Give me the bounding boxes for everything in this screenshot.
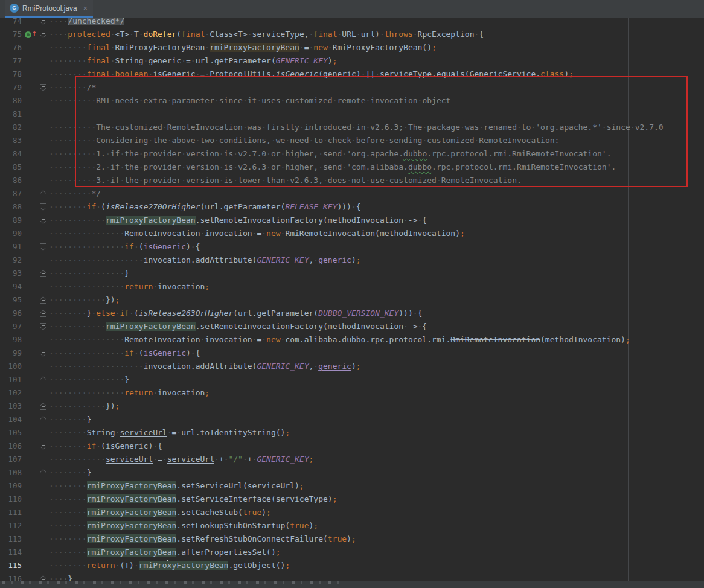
fold-collapse-icon[interactable] (40, 243, 46, 251)
line-number: 107 (0, 453, 24, 466)
code-line[interactable]: 105········String·serviceUrl·=·url.toIde… (0, 426, 704, 439)
override-method-icon[interactable]: ↑ (25, 31, 38, 39)
code-text: ················} (49, 373, 704, 386)
code-line[interactable]: 99················if·(isGeneric)·{ (0, 347, 704, 360)
code-line[interactable]: 107············serviceUrl·=·serviceUrl·+… (0, 453, 704, 466)
line-number: 90 (0, 227, 24, 240)
code-text: ····················invocation.addAttrib… (49, 360, 704, 373)
line-number: 83 (0, 134, 24, 147)
code-text: ········rmiProxyFactoryBean.setCacheStub… (49, 506, 704, 519)
line-number: 113 (0, 532, 24, 546)
fold-end-icon[interactable] (40, 376, 46, 383)
code-line[interactable]: 83··········Considering·the·above·two·co… (0, 134, 704, 147)
fold-end-icon[interactable] (40, 190, 46, 197)
gutter-fold-column (24, 400, 49, 413)
code-line[interactable]: 75↑····protected·<T>·T·doRefer(final·Cla… (0, 28, 704, 41)
code-line[interactable]: 80··········RMI·needs·extra·parameter·si… (0, 94, 704, 107)
line-number: 99 (0, 347, 24, 360)
code-line[interactable]: 86··········3.·if·the·provider·version·i… (0, 174, 704, 187)
line-number: 101 (0, 373, 24, 386)
code-line[interactable]: 97············rmiProxyFactoryBean.setRem… (0, 320, 704, 333)
gutter-fold-column (24, 293, 49, 307)
code-text: ················if·(isGeneric)·{ (49, 347, 704, 360)
tab-bar: C RmiProtocol.java × (0, 0, 704, 18)
gutter-fold-column (24, 559, 49, 572)
fold-collapse-icon[interactable] (40, 217, 46, 224)
editor-tab-rmiprotocol[interactable]: C RmiProtocol.java × (5, 0, 93, 18)
fold-collapse-icon[interactable] (40, 323, 46, 330)
fold-collapse-icon[interactable] (40, 84, 46, 91)
line-number: 82 (0, 121, 24, 134)
code-line[interactable]: 82··········The·customized·RemoteInvocat… (0, 121, 704, 134)
code-line[interactable]: 104········} (0, 413, 704, 426)
code-text: ··········RMI·needs·extra·parameter·sinc… (49, 94, 704, 107)
code-line[interactable]: 93················} (0, 267, 704, 280)
code-line[interactable]: 78········final·boolean·isGeneric·=·Prot… (0, 68, 704, 81)
code-line[interactable]: 114········rmiProxyFactoryBean.afterProp… (0, 546, 704, 559)
code-line[interactable]: 113········rmiProxyFactoryBean.setRefres… (0, 532, 704, 546)
fold-end-icon[interactable] (40, 469, 46, 476)
code-line[interactable]: 90················RemoteInvocation·invoc… (0, 227, 704, 240)
code-line[interactable]: 98················RemoteInvocation·invoc… (0, 333, 704, 347)
fold-collapse-icon[interactable] (40, 203, 46, 211)
code-line[interactable]: 106········if·(isGeneric)·{ (0, 439, 704, 453)
code-line[interactable]: 111········rmiProxyFactoryBean.setCacheS… (0, 506, 704, 519)
code-line[interactable]: 89············rmiProxyFactoryBean.setRem… (0, 214, 704, 227)
code-line[interactable]: 92····················invocation.addAttr… (0, 254, 704, 267)
ide-window: 74····/unchecked*/75↑····protected·<T>·T… (0, 0, 704, 588)
line-number: 91 (0, 240, 24, 254)
tab-title: RmiProtocol.java (22, 4, 77, 13)
code-line[interactable]: 91················if·(isGeneric)·{ (0, 240, 704, 254)
fold-end-icon[interactable] (40, 310, 46, 317)
code-line[interactable]: 84··········1.·if·the·provider·version·i… (0, 147, 704, 161)
code-text: ········return·(T)·rmiProxyFactoryBean.g… (49, 559, 704, 572)
fold-collapse-icon[interactable] (40, 18, 46, 25)
code-line[interactable]: 95············}); (0, 293, 704, 307)
status-strip-glyphs (2, 581, 341, 584)
code-line[interactable]: 100····················invocation.addAtt… (0, 360, 704, 373)
gutter-fold-column (24, 519, 49, 532)
fold-end-icon[interactable] (40, 296, 46, 304)
gutter-fold-column (24, 187, 49, 200)
line-number: 76 (0, 41, 24, 54)
code-line[interactable]: 108········} (0, 466, 704, 479)
code-line[interactable]: 110········rmiProxyFactoryBean.setServic… (0, 493, 704, 506)
class-icon: C (10, 4, 19, 13)
code-line[interactable]: 79········/* (0, 81, 704, 94)
code-line[interactable]: 88········if·(isRelease270OrHigher(url.g… (0, 200, 704, 214)
code-line[interactable]: 101················} (0, 373, 704, 386)
line-number: 115 (0, 559, 24, 572)
gutter-fold-column (24, 320, 49, 333)
code-line[interactable]: 76········final·RmiProxyFactoryBean·rmiP… (0, 41, 704, 54)
fold-collapse-icon[interactable] (40, 31, 46, 38)
fold-end-icon[interactable] (40, 416, 46, 423)
close-icon[interactable]: × (83, 5, 88, 12)
code-line[interactable]: 103············}); (0, 400, 704, 413)
line-number: 84 (0, 147, 24, 161)
code-line[interactable]: 109········rmiProxyFactoryBean.setServic… (0, 479, 704, 493)
code-line[interactable]: 94················return·invocation; (0, 280, 704, 293)
code-line[interactable]: 102················return·invocation; (0, 386, 704, 400)
gutter-fold-column (24, 200, 49, 214)
code-line[interactable]: 87·········*/ (0, 187, 704, 200)
code-line[interactable]: 77········final·String·generic·=·url.get… (0, 54, 704, 68)
gutter-fold-column (24, 280, 49, 293)
line-number: 94 (0, 280, 24, 293)
fold-end-icon[interactable] (40, 270, 46, 277)
gutter-fold-column (24, 386, 49, 400)
code-line[interactable]: 96········}·else·if·(isRelease263OrHighe… (0, 307, 704, 320)
code-line[interactable]: 115········return·(T)·rmiProxyFactoryBea… (0, 559, 704, 572)
code-line[interactable]: 112········rmiProxyFactoryBean.setLookup… (0, 519, 704, 532)
gutter-fold-column (24, 240, 49, 254)
line-number: 78 (0, 68, 24, 81)
gutter-fold-column (24, 479, 49, 493)
fold-collapse-icon[interactable] (40, 350, 46, 357)
code-text: ················RemoteInvocation·invocat… (49, 227, 704, 240)
status-strip (0, 581, 704, 588)
code-editor[interactable]: 74····/unchecked*/75↑····protected·<T>·T… (0, 14, 704, 586)
gutter-fold-column (24, 147, 49, 161)
fold-end-icon[interactable] (40, 403, 46, 410)
code-line[interactable]: 85··········2.·if·the·provider·version·i… (0, 161, 704, 174)
code-line[interactable]: 81 (0, 107, 704, 121)
fold-collapse-icon[interactable] (40, 443, 46, 450)
